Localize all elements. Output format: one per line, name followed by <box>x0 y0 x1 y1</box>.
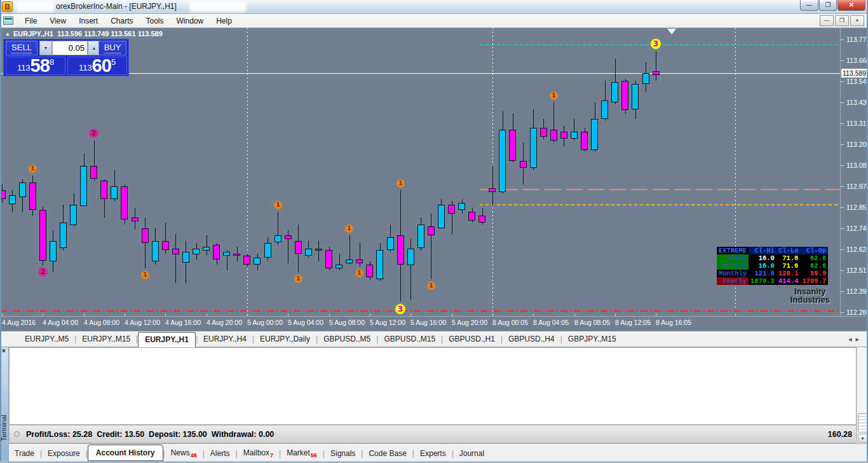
buy-price-display[interactable]: 113605 <box>67 57 127 75</box>
terminal-tab-mailbox[interactable]: Mailbox7 <box>238 446 279 461</box>
title-bar[interactable]: B orexBrokerInc-Main - [EURJPY.,H1] — ❐ … <box>0 0 868 14</box>
chart-tab-gbpusdh1[interactable]: GBPUSD.,H1 <box>443 333 501 345</box>
terminal-close-icon[interactable]: × <box>2 348 6 354</box>
mt4-application-window: B orexBrokerInc-Main - [EURJPY.,H1] — ❐ … <box>0 0 868 463</box>
menu-item-help[interactable]: Help <box>210 15 238 27</box>
time-tick <box>288 314 288 316</box>
chart-tab-eurjpym15[interactable]: EURJPY.,M15 <box>76 333 136 345</box>
terminal-tab-exposure[interactable]: Exposure <box>42 446 86 460</box>
terminal-tab-experts[interactable]: Experts <box>414 446 452 460</box>
scrollbar-down-icon[interactable]: ▼ <box>858 434 867 443</box>
chart-tab-eurjpym5[interactable]: EURJPY.,M5 <box>19 333 74 345</box>
terminal-side-strip[interactable]: × Terminal <box>0 347 9 463</box>
candle <box>560 132 567 139</box>
doc-close-button[interactable]: × <box>850 15 864 26</box>
support-line-1[interactable] <box>480 189 840 190</box>
account-total-balance: 160.28 <box>828 430 852 439</box>
candle <box>653 71 660 75</box>
terminal-tab-market[interactable]: Market56 <box>281 446 323 461</box>
signal-marker-1[interactable]: 1 <box>294 275 302 283</box>
chart-tab-eurjpyh1[interactable]: EURJPY.,H1 <box>138 332 196 347</box>
terminal-tab-code-base[interactable]: Code Base <box>363 446 412 460</box>
candle <box>632 84 639 109</box>
menu-bar: FileViewInsertChartsToolsWindowHelp — ❐ … <box>0 14 868 28</box>
extreme-row-label: Yearly <box>717 277 749 285</box>
signal-marker-3[interactable]: 3 <box>651 39 661 49</box>
stop-level-line[interactable] <box>0 310 840 312</box>
window-restore-button[interactable]: ❐ <box>819 0 837 11</box>
terminal-tab-signals[interactable]: Signals <box>325 446 361 460</box>
signal-marker-1[interactable]: 1 <box>355 269 363 277</box>
signal-marker-1[interactable]: 1 <box>141 271 149 279</box>
chart-plot: 1221111113113 <box>0 28 868 331</box>
price-tick <box>841 81 844 82</box>
terminal-tab-news[interactable]: News46 <box>165 446 203 461</box>
candle <box>428 226 435 235</box>
candle <box>489 188 496 192</box>
chart-symbol-timeframe: EURJPY.,H1 <box>13 30 53 38</box>
candle <box>387 237 394 250</box>
chart-tab-gbpusdm5[interactable]: GBPUSD.,M5 <box>318 333 376 345</box>
candle <box>254 258 261 265</box>
candle-wick <box>207 235 207 256</box>
menu-item-window[interactable]: Window <box>170 15 210 27</box>
signal-marker-1[interactable]: 1 <box>274 201 282 209</box>
window-close-button[interactable]: ✕ <box>837 0 865 11</box>
price-tick <box>841 144 844 145</box>
price-tick-label: 112.510 <box>846 266 868 274</box>
signal-marker-1[interactable]: 1 <box>427 282 435 290</box>
time-tick <box>656 314 656 316</box>
candle-wick <box>431 214 431 279</box>
terminal-panel-label: Terminal <box>0 415 9 441</box>
extreme-value-cell: 414.4 <box>776 277 801 285</box>
terminal-tab-trade[interactable]: Trade <box>9 446 40 460</box>
volume-input[interactable] <box>52 41 88 55</box>
signal-marker-1[interactable]: 1 <box>397 179 405 188</box>
price-tick <box>841 39 844 40</box>
tab-scroll-arrows[interactable]: ◂▸ <box>848 335 863 343</box>
chart-tab-gbpusdm15[interactable]: GBPUSD.,M15 <box>378 333 441 345</box>
price-tick <box>841 312 844 313</box>
support-line-2[interactable] <box>480 204 840 205</box>
signal-marker-2[interactable]: 2 <box>89 128 98 138</box>
menu-item-file[interactable]: File <box>18 15 43 27</box>
buy-button[interactable]: BUY <box>98 41 126 55</box>
signal-marker-1[interactable]: 1 <box>345 225 353 233</box>
terminal-scrollbar[interactable]: ▼ <box>857 347 868 443</box>
scrollbar-thumb[interactable] <box>858 413 867 432</box>
doc-minimize-button[interactable]: — <box>820 15 834 26</box>
terminal-tab-journal[interactable]: Journal <box>454 446 490 460</box>
menu-item-view[interactable]: View <box>43 15 72 27</box>
price-tick <box>841 228 844 229</box>
candle <box>243 256 250 265</box>
time-tick <box>84 314 85 316</box>
candle <box>407 249 414 265</box>
terminal-tab-account-history[interactable]: Account History <box>88 445 163 461</box>
chart-tab-gbpjpym15[interactable]: GBPJPY.,M15 <box>562 333 622 345</box>
chart-tab-eurjpydaily[interactable]: EURJPY.,Daily <box>254 333 316 345</box>
candle <box>213 245 220 259</box>
one-click-toggle-icon[interactable]: ▲ <box>5 31 10 37</box>
account-history-content[interactable] <box>9 347 857 425</box>
signal-marker-1[interactable]: 1 <box>550 92 558 100</box>
sell-button[interactable]: SELL <box>6 41 37 55</box>
menu-item-charts[interactable]: Charts <box>104 15 139 27</box>
time-tick-label: 4 Aug 16:00 <box>165 319 201 326</box>
doc-restore-button[interactable]: ❐ <box>835 15 849 26</box>
volume-decrease-button[interactable]: ▼ <box>39 41 52 55</box>
account-summary-bar: Profit/Loss: 25.28 Credit: 13.50 Deposit… <box>9 425 857 443</box>
chart-area[interactable]: 1221111113113 ▲EURJPY.,H1 113.596 113.74… <box>0 28 868 331</box>
sell-price-display[interactable]: 113588 <box>6 57 65 75</box>
menu-item-insert[interactable]: Insert <box>72 15 104 27</box>
signal-marker-3[interactable]: 3 <box>395 304 405 314</box>
window-minimize-button[interactable]: — <box>800 0 818 11</box>
extreme-value-cell: 1870.3 <box>749 277 776 285</box>
chart-shift-marker-icon[interactable] <box>667 29 676 34</box>
chart-tab-gbpusdh4[interactable]: GBPUSD.,H4 <box>503 333 560 345</box>
chart-tab-eurjpyh4[interactable]: EURJPY.,H4 <box>198 333 252 345</box>
menu-item-tools[interactable]: Tools <box>140 15 170 27</box>
signal-marker-2[interactable]: 2 <box>38 267 48 277</box>
signal-marker-1[interactable]: 1 <box>29 165 37 173</box>
candle <box>520 161 527 168</box>
terminal-tab-alerts[interactable]: Alerts <box>205 446 236 460</box>
